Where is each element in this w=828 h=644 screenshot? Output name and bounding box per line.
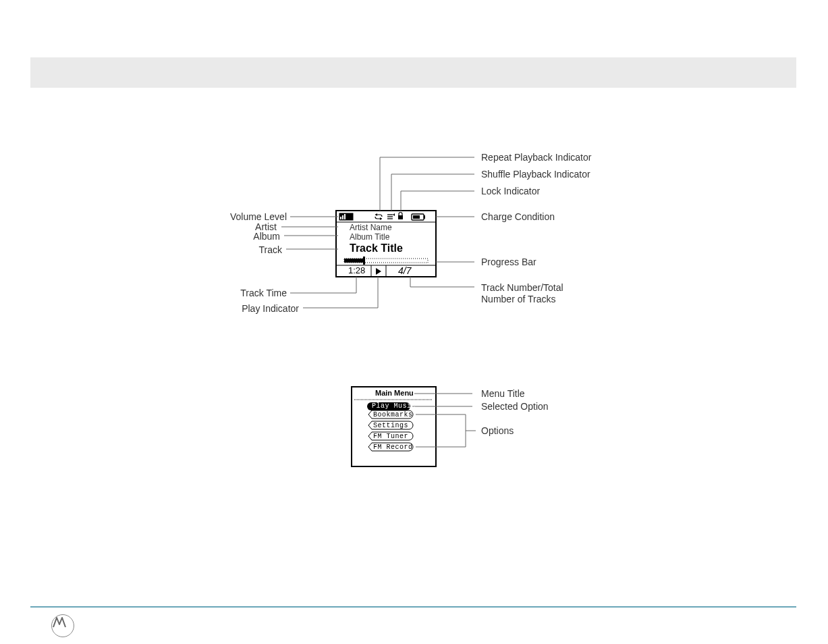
menu-item-0: Play Music — [372, 402, 416, 410]
lbl-options: Options — [481, 425, 514, 436]
svg-rect-6 — [344, 214, 346, 219]
svg-marker-7 — [375, 213, 377, 216]
lbl-lock: Lock Indicator — [481, 186, 540, 196]
svg-rect-15 — [424, 215, 425, 219]
svg-rect-19 — [363, 257, 365, 265]
screen-album-title: Album Title — [350, 232, 389, 242]
menu-item-2: Settings — [373, 422, 408, 429]
lbl-charge: Charge Condition — [481, 211, 555, 222]
svg-marker-12 — [393, 213, 395, 216]
svg-rect-5 — [342, 215, 343, 219]
svg-rect-4 — [340, 217, 341, 219]
svg-rect-13 — [398, 215, 403, 219]
lbl-shuffle: Shuffle Playback Indicator — [481, 169, 590, 180]
lbl-progress-bar: Progress Bar — [481, 257, 536, 267]
screen-track-time: 1:28 — [348, 265, 365, 275]
svg-rect-17 — [344, 259, 364, 263]
menu-item-4: FM Record — [373, 444, 413, 451]
menu-item-3: FM Tuner — [373, 433, 408, 440]
lbl-menu-title: Menu Title — [481, 388, 525, 399]
screen-track-title: Track Title — [350, 242, 403, 254]
menu-title: Main Menu — [375, 389, 414, 397]
lbl-track-number2: Number of Tracks — [481, 294, 555, 304]
lbl-selected-option: Selected Option — [481, 401, 549, 412]
lbl-repeat: Repeat Playback Indicator — [481, 152, 591, 163]
lbl-track-time: Track Time — [175, 288, 287, 298]
motorola-logo-icon — [51, 614, 74, 637]
lbl-track: Track — [175, 244, 282, 255]
lbl-volume-level: Volume Level — [175, 211, 287, 222]
lbl-play-indicator: Play Indicator — [175, 303, 299, 314]
screen-track-count: 4/7 — [398, 265, 411, 276]
screen-artist-name: Artist Name — [350, 223, 392, 232]
footer-rule — [30, 606, 796, 608]
svg-marker-20 — [376, 268, 381, 275]
diagram-lines — [0, 0, 828, 644]
svg-marker-8 — [380, 217, 382, 220]
menu-item-1: Bookmarks — [373, 411, 413, 419]
svg-rect-16 — [413, 215, 420, 219]
lbl-album: Album — [175, 231, 280, 242]
lbl-track-number: Track Number/Total — [481, 282, 563, 293]
